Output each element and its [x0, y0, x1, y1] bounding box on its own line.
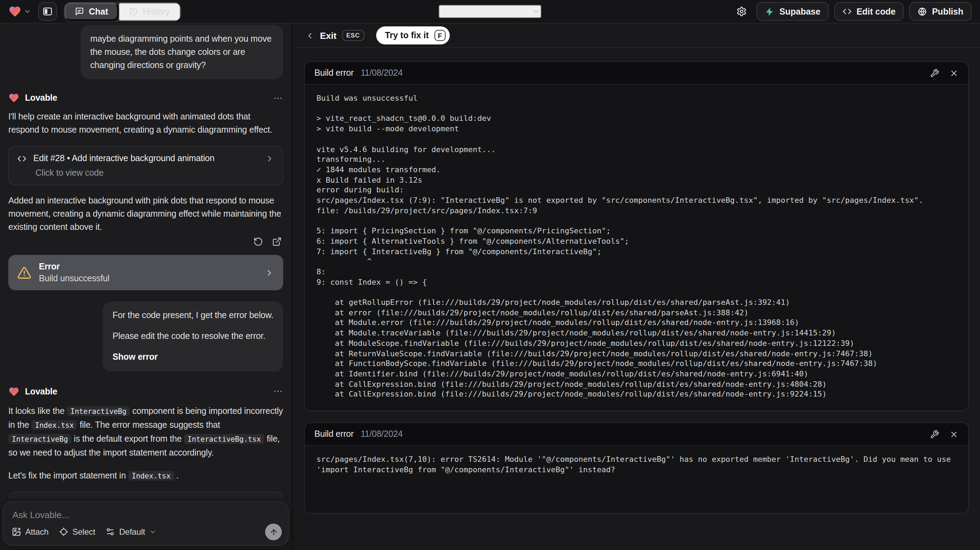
supabase-button[interactable]: Supabase	[757, 2, 829, 21]
try-to-fix-label: Try to fix it	[385, 30, 429, 40]
build-error-header: Build error 11/08/2024	[305, 62, 968, 85]
history-icon	[129, 7, 138, 16]
assistant-name: Lovable	[25, 93, 57, 103]
panel-left-icon	[42, 6, 53, 17]
assistant-name: Lovable	[25, 386, 57, 396]
more-options-icon[interactable]	[273, 386, 283, 397]
chat-message-list[interactable]: maybe diagramming points and when you mo…	[0, 24, 291, 499]
build-error-log-text: src/pages/Index.tsx(7,10): error TS2614:…	[317, 455, 956, 475]
preview-toolbar: Exit ESC Try to fix it F	[292, 24, 980, 48]
publish-button[interactable]: Publish	[910, 2, 972, 21]
chevron-right-icon	[264, 268, 274, 278]
tab-chat-label: Chat	[89, 6, 108, 16]
select-label: Select	[73, 527, 95, 537]
lovable-logo-menu[interactable]	[8, 5, 31, 18]
project-switcher[interactable]: growth-metrics-magic	[439, 5, 541, 18]
mode-dropdown[interactable]: Default	[105, 527, 156, 537]
tab-chat[interactable]: Chat	[65, 2, 119, 21]
message-actions	[8, 237, 282, 247]
build-error-list: Build error 11/08/2024 Build was u	[292, 48, 980, 549]
composer: Attach Select Default	[3, 501, 289, 546]
attach-button[interactable]: Attach	[12, 527, 49, 537]
build-error-log[interactable]: src/pages/Index.tsx(7,10): error TS2614:…	[305, 446, 968, 513]
top-bar: Chat History growth-metrics-magic	[0, 0, 980, 24]
mode-label: Default	[119, 527, 145, 537]
build-error-card[interactable]: Error Build unsuccessful	[8, 255, 283, 291]
close-icon[interactable]	[950, 69, 958, 77]
user-message: maybe diagramming points and when you mo…	[81, 25, 283, 80]
code-brackets-icon	[18, 154, 26, 163]
assistant-header: Lovable	[8, 93, 283, 104]
select-button[interactable]: Select	[59, 527, 95, 537]
build-error-title: Build error	[314, 429, 354, 439]
build-error-date: 11/08/2024	[361, 429, 402, 439]
user-message-line: Please edit the code to resolve the erro…	[113, 330, 274, 343]
settings-button[interactable]	[732, 2, 751, 21]
image-plus-icon	[12, 528, 21, 537]
supabase-bolt-icon	[765, 6, 775, 16]
edit-29-card[interactable]: Edit #29 • Fix import error for Interact…	[8, 491, 283, 499]
preview-panel: Exit ESC Try to fix it F Build error 11/…	[292, 24, 980, 549]
lovable-heart-icon	[8, 386, 19, 397]
build-error-panel-1: Build error 11/08/2024 Build was u	[304, 61, 969, 411]
build-error-panel-2: Build error 11/08/2024 src/pages/I	[304, 422, 969, 514]
try-to-fix-button[interactable]: Try to fix it F	[376, 26, 449, 45]
user-message-text: maybe diagramming points and when you mo…	[90, 34, 271, 70]
chat-history-switch: Chat History	[64, 2, 181, 21]
chevron-left-icon	[305, 31, 314, 40]
build-error-title: Build error	[314, 68, 354, 78]
more-options-icon[interactable]	[273, 93, 283, 104]
code-brackets-icon	[843, 7, 851, 16]
sliders-icon	[105, 528, 115, 537]
tab-history-label: History	[143, 6, 170, 16]
globe-icon	[918, 7, 927, 16]
build-error-date: 11/08/2024	[361, 68, 402, 78]
assistant-text: It looks like the InteractiveBg componen…	[8, 404, 283, 460]
edit-card-title: Edit #28 • Add interactive background an…	[33, 154, 215, 164]
lovable-heart-icon	[8, 93, 19, 104]
user-message: For the code present, I get the error be…	[103, 302, 283, 371]
crosshair-icon	[59, 528, 68, 537]
exit-button[interactable]: Exit	[305, 30, 337, 41]
esc-key-badge: ESC	[342, 30, 364, 41]
assistant-text: I'll help create an interactive backgrou…	[8, 111, 283, 137]
tab-history[interactable]: History	[119, 2, 180, 21]
show-error-link[interactable]: Show error	[113, 351, 274, 364]
attach-label: Attach	[25, 527, 49, 537]
app-window: Chat History growth-metrics-magic	[0, 0, 980, 550]
edit-code-button[interactable]: Edit code	[834, 2, 904, 21]
f-key-badge: F	[434, 30, 445, 41]
exit-label: Exit	[320, 30, 337, 41]
edit-card-subtitle: Click to view code	[35, 168, 274, 178]
build-error-log[interactable]: Build was unsuccessful > vite_react_shad…	[305, 85, 968, 410]
edit-28-card[interactable]: Edit #28 • Add interactive background an…	[8, 146, 283, 186]
edit-code-label: Edit code	[856, 6, 896, 16]
gear-icon	[737, 6, 747, 17]
close-icon[interactable]	[950, 429, 958, 438]
build-error-log-text: Build was unsuccessful > vite_react_shad…	[317, 94, 956, 400]
wrench-icon[interactable]	[930, 69, 939, 77]
error-card-title: Error	[39, 262, 109, 272]
user-message-line: For the code present, I get the error be…	[113, 309, 274, 322]
error-card-subtitle: Build unsuccessful	[39, 274, 109, 284]
assistant-text: Added an interactive background with pin…	[8, 195, 283, 234]
lovable-heart-icon	[8, 5, 22, 18]
chevron-down-icon	[532, 8, 539, 15]
chevron-down-icon	[149, 528, 156, 536]
wrench-icon[interactable]	[930, 429, 939, 438]
send-button[interactable]	[265, 524, 282, 540]
chevron-right-icon	[265, 154, 274, 163]
assistant-text: Let's fix the import statement in Index.…	[8, 469, 283, 482]
arrow-up-icon	[269, 528, 278, 536]
publish-label: Publish	[932, 6, 963, 16]
assistant-header: Lovable	[8, 386, 283, 397]
supabase-label: Supabase	[780, 6, 820, 16]
sidebar-toggle-button[interactable]	[38, 2, 57, 21]
chat-icon	[75, 7, 84, 16]
chevron-down-icon	[24, 8, 31, 15]
warning-triangle-icon	[18, 266, 31, 280]
chat-panel: maybe diagramming points and when you mo…	[0, 24, 292, 549]
open-external-icon[interactable]	[272, 237, 282, 247]
restore-icon[interactable]	[253, 237, 263, 247]
project-name: growth-metrics-magic	[441, 6, 527, 17]
